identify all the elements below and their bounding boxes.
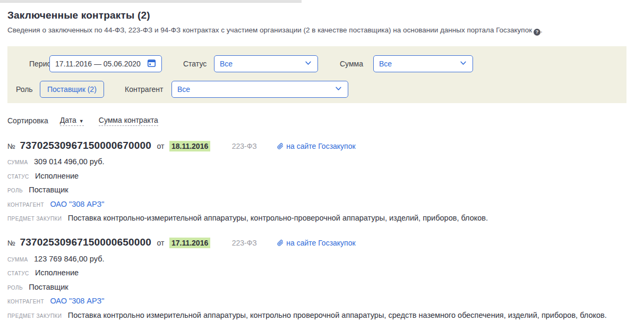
status-field-value: Исполнение xyxy=(35,268,79,277)
contract-counterparty-row: КОНТРАГЕНТ ОАО "308 АРЗ" xyxy=(7,297,637,306)
counterparty-field-label: КОНТРАГЕНТ xyxy=(7,202,44,208)
contract-date-highlight: 17.11.2016 xyxy=(169,238,210,248)
contract-subject-row: ПРЕДМЕТ ЗАКУПКИ Поставка контрольно изме… xyxy=(7,311,637,320)
sort-by-sum[interactable]: Сумма контракта xyxy=(99,116,158,126)
subject-field-label: ПРЕДМЕТ ЗАКУПКИ xyxy=(7,313,62,319)
sort-label: Сортировка xyxy=(7,116,48,125)
paperclip-icon xyxy=(277,240,284,246)
contracts-page: Заключенные контракты (2) Сведения о зак… xyxy=(7,10,637,320)
contract-date-highlight: 18.11.2016 xyxy=(169,141,210,151)
contract-role-row: РОЛЬ Поставщик xyxy=(7,185,637,195)
sum-field-value: 123 769 846,00 руб. xyxy=(34,255,104,263)
contract-header: № 73702530967150000670000 от 18.11.2016 … xyxy=(7,139,637,153)
sum-select-value: Все xyxy=(379,60,392,68)
counterparty-select[interactable]: Все xyxy=(171,81,348,98)
status-select[interactable]: Все xyxy=(214,55,318,72)
status-select-value: Все xyxy=(220,60,233,68)
goszakupki-site-link[interactable]: на сайте Госзакупок xyxy=(277,239,355,247)
contract-date-preposition: от xyxy=(157,142,165,150)
role-field-label: РОЛЬ xyxy=(7,188,23,193)
paperclip-icon xyxy=(277,143,284,149)
goszakupki-site-link-label: на сайте Госзакупок xyxy=(286,239,355,247)
role-field-label: РОЛЬ xyxy=(7,285,23,291)
counterparty-link[interactable]: ОАО "308 АРЗ" xyxy=(50,200,104,208)
counterparty-field-label: КОНТРАГЕНТ xyxy=(7,299,44,305)
sum-label: Сумма xyxy=(340,55,363,72)
contract-sum-row: СУММА 123 769 846,00 руб. xyxy=(7,255,637,264)
chevron-down-icon xyxy=(334,85,342,94)
subtitle-period: . xyxy=(540,26,543,34)
contract-number: 73702530967150000650000 xyxy=(20,237,151,248)
status-field-value: Исполнение xyxy=(35,172,79,180)
contract-sum-row: СУММА 309 014 496,00 руб. xyxy=(7,157,637,166)
sum-field-label: СУММА xyxy=(7,257,28,263)
sum-field-label: СУММА xyxy=(7,159,28,165)
sort-row: Сортировка Дата▼ Сумма контракта xyxy=(7,116,637,126)
contract-counterparty-row: КОНТРАГЕНТ ОАО "308 АРЗ" xyxy=(7,200,637,209)
contract-card: № 73702530967150000650000 от 17.11.2016 … xyxy=(7,236,637,320)
sort-direction-caret-icon: ▼ xyxy=(79,119,84,124)
subject-field-value: Поставка контрольно-измерительной аппара… xyxy=(68,214,488,222)
counterparty-label: Контрагент xyxy=(125,81,163,98)
help-icon[interactable]: ? xyxy=(534,29,540,36)
contract-status-row: СТАТУС Исполнение xyxy=(7,268,637,277)
counterparty-link[interactable]: ОАО "308 АРЗ" xyxy=(50,297,104,305)
sort-by-date[interactable]: Дата▼ xyxy=(60,116,84,126)
contract-status-row: СТАТУС Исполнение xyxy=(7,172,637,181)
sum-select[interactable]: Все xyxy=(373,55,473,72)
contract-subject-row: ПРЕДМЕТ ЗАКУПКИ Поставка контрольно-изме… xyxy=(7,214,637,223)
contract-card: № 73702530967150000670000 от 18.11.2016 … xyxy=(7,139,637,223)
sort-by-date-label: Дата xyxy=(60,116,76,124)
page-title: Заключенные контракты (2) xyxy=(7,10,637,21)
chevron-down-icon xyxy=(459,59,467,69)
page-subtitle: Сведения о заключенных по 44-ФЗ, 223-ФЗ … xyxy=(7,26,637,36)
role-field-value: Поставщик xyxy=(29,283,68,291)
calendar-icon[interactable] xyxy=(147,58,156,69)
contract-header: № 73702530967150000650000 от 17.11.2016 … xyxy=(7,236,637,249)
status-field-label: СТАТУС xyxy=(7,174,29,180)
period-input[interactable] xyxy=(55,60,143,68)
contract-number: 73702530967150000670000 xyxy=(20,140,151,151)
role-field-value: Поставщик xyxy=(29,185,68,194)
subject-field-label: ПРЕДМЕТ ЗАКУПКИ xyxy=(7,216,62,222)
contract-law-badge: 223-ФЗ xyxy=(232,142,257,150)
subject-field-value: Поставка контрольно измерительной аппара… xyxy=(68,311,607,319)
goszakupki-site-link-label: на сайте Госзакупок xyxy=(286,142,355,150)
clipped-top-bar xyxy=(0,0,302,3)
contract-law-badge: 223-ФЗ xyxy=(232,239,257,247)
contract-number-prefix: № xyxy=(7,142,15,150)
contract-role-row: РОЛЬ Поставщик xyxy=(7,283,637,292)
counterparty-select-value: Все xyxy=(177,85,190,94)
filter-panel: Период Статус Все Сумма Все xyxy=(7,46,626,103)
status-field-label: СТАТУС xyxy=(7,271,29,276)
chevron-down-icon xyxy=(304,59,312,69)
status-label: Статус xyxy=(183,55,207,72)
period-field[interactable] xyxy=(49,55,162,72)
contract-number-prefix: № xyxy=(7,239,15,247)
sum-field-value: 309 014 496,00 руб. xyxy=(34,157,104,166)
page-subtitle-text: Сведения о заключенных по 44-ФЗ, 223-ФЗ … xyxy=(7,26,532,34)
contract-date-preposition: от xyxy=(157,239,165,247)
role-label: Роль xyxy=(16,81,33,98)
role-filter-button[interactable]: Поставщик (2) xyxy=(40,81,104,98)
goszakupki-site-link[interactable]: на сайте Госзакупок xyxy=(277,142,355,150)
